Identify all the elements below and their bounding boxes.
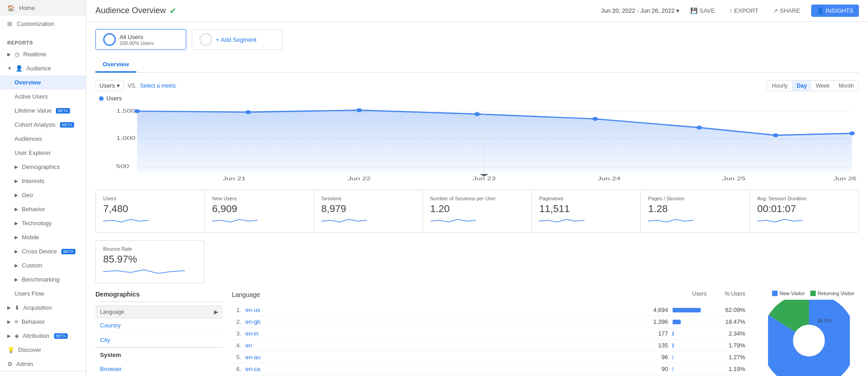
bounce-rate-value: 85.97% (103, 253, 197, 265)
sidebar-item-discover[interactable]: 💡 Discover (0, 343, 86, 357)
metric-label-1: New Users (212, 196, 306, 201)
lang-name-4[interactable]: en-au (245, 354, 641, 361)
page-header: Audience Overview ✔ Jun 20, 2022 - Jun 2… (86, 0, 868, 22)
lang-pct-2: 2.34% (723, 330, 745, 337)
svg-text:Jun 25: Jun 25 (723, 175, 745, 181)
sidebar-item-acquisition[interactable]: ▶ ⬇ Acquisition (0, 301, 86, 315)
lang-name-2[interactable]: en-in (245, 330, 641, 337)
select-metric-link[interactable]: Select a metric (140, 83, 176, 89)
returning-visitor-legend-box (810, 291, 816, 296)
lang-name-0[interactable]: en-us (245, 307, 641, 313)
lang-name-5[interactable]: en-ca (245, 366, 641, 372)
tab-overview[interactable]: Overview (95, 57, 136, 73)
sidebar-item-users-flow[interactable]: Users Flow (0, 287, 86, 301)
chevron-down-metric-icon: ▾ (117, 82, 120, 89)
sidebar-item-active-users[interactable]: Active Users (0, 89, 86, 104)
tab-bar: Overview (95, 57, 859, 73)
metric-label-2: Sessions (321, 196, 415, 201)
chevron-right-icon-cross: ▶ (15, 249, 18, 254)
export-button[interactable]: ↑ EXPORT (726, 5, 762, 16)
sidebar-item-demographics[interactable]: ▶ Demographics (0, 160, 86, 174)
sidebar-technology-label: Technology (22, 220, 52, 227)
segments-bar: All Users 100.00% Users + Add Segment (95, 29, 859, 50)
sidebar-item-interests[interactable]: ▶ Interests (0, 174, 86, 188)
sidebar-behavior2-label: Behavior (22, 318, 45, 325)
sidebar-home-label: Home (19, 5, 35, 11)
returning-visitor-legend-label: Returning Visitor (818, 291, 854, 296)
sidebar-item-geo[interactable]: ▶ Geo (0, 188, 86, 202)
lang-users-4: 96 (641, 354, 668, 361)
metric-sparkline-2 (321, 217, 367, 226)
sidebar-item-cohort-analysis[interactable]: Cohort Analysis BETA (0, 118, 86, 132)
save-icon: 💾 (690, 7, 698, 14)
attribution-icon: ◈ (15, 332, 19, 339)
metric-select[interactable]: Users ▾ (95, 80, 124, 91)
lang-num-5: 6. (236, 366, 245, 372)
page-title: Audience Overview ✔ (95, 6, 176, 16)
week-button[interactable]: Week (811, 81, 834, 91)
lang-num-0: 1. (236, 307, 245, 313)
metric-select-label: Users (100, 82, 115, 89)
new-visitor-pct-label: 83.9% (803, 341, 818, 346)
sidebar-item-home[interactable]: 🏠 Home (0, 0, 86, 16)
lang-name-1[interactable]: en-gb (245, 318, 641, 325)
language-title: Language (232, 291, 260, 298)
sidebar-item-technology[interactable]: ▶ Technology (0, 216, 86, 230)
sidebar-item-custom[interactable]: ▶ Custom (0, 258, 86, 272)
metric-label-3: Number of Sessions per User (430, 196, 524, 201)
lang-bar-container-5 (673, 367, 718, 371)
sidebar-item-realtime[interactable]: ▶ ◷ Realtime (0, 47, 86, 61)
sidebar-item-overview[interactable]: Overview (0, 75, 86, 89)
share-icon: ↗ (773, 7, 778, 14)
acquisition-icon: ⬇ (15, 304, 20, 311)
sidebar-item-lifetime-value[interactable]: Lifetime Value BETA (0, 104, 86, 118)
chevron-right-lang-icon: ▶ (214, 309, 218, 315)
svg-text:500: 500 (116, 163, 129, 169)
demographics-title: Demographics (95, 291, 223, 302)
lang-name-3[interactable]: en (245, 342, 641, 349)
sidebar-item-attribution[interactable]: ▶ ◈ Attribution BETA (0, 329, 86, 343)
sidebar-item-audiences[interactable]: Audiences (0, 132, 86, 146)
sidebar-item-benchmarking[interactable]: ▶ Benchmarking (0, 272, 86, 287)
metric-card-3: Number of Sessions per User 1.20 (423, 190, 532, 233)
save-button[interactable]: 💾 SAVE (687, 5, 718, 16)
sidebar-item-user-explorer[interactable]: User Explorer (0, 146, 86, 160)
chart-point (245, 110, 251, 114)
sidebar-item-cross-device[interactable]: ▶ Cross Device BETA (0, 244, 86, 258)
export-label: EXPORT (734, 7, 758, 14)
sidebar-item-mobile[interactable]: ▶ Mobile (0, 230, 86, 244)
sidebar-collapse-button[interactable]: ◀ (0, 371, 86, 376)
hourly-button[interactable]: Hourly (767, 81, 792, 91)
sidebar-benchmarking-label: Benchmarking (22, 276, 60, 283)
new-visitor-legend-label: New Visitor (779, 291, 804, 296)
lang-bar-1 (673, 320, 681, 324)
bounce-sparkline (103, 267, 185, 276)
browser-item[interactable]: Browser (95, 362, 223, 376)
metrics-row: Users 7,480 New Users 6,909 Sessions 8,9… (95, 190, 859, 233)
chart-legend: Users (95, 95, 859, 102)
insights-button[interactable]: 👤 INSIGHTS (811, 5, 859, 17)
all-users-segment[interactable]: All Users 100.00% Users (95, 29, 186, 50)
chevron-right-icon: ▶ (7, 52, 11, 57)
chevron-right-icon-mobile: ▶ (15, 235, 18, 240)
metric-value-0: 7,480 (103, 203, 197, 215)
sidebar-item-behavior[interactable]: ▶ Behavior (0, 202, 86, 216)
system-section-title: System (95, 347, 223, 362)
lang-col-headers: Users % Users (692, 291, 750, 297)
time-group: Hourly Day Week Month (767, 80, 859, 91)
share-button[interactable]: ↗ SHARE (769, 5, 804, 16)
add-segment-chip[interactable]: + Add Segment (192, 29, 283, 50)
sidebar-item-audience[interactable]: ▼ 👤 Audience (0, 61, 86, 75)
month-button[interactable]: Month (834, 81, 858, 91)
sidebar-item-admin[interactable]: ⚙ Admin (0, 357, 86, 371)
lang-pct-4: 1.27% (723, 354, 745, 361)
sidebar-item-customization[interactable]: ⊞ Customization (0, 16, 86, 32)
day-button[interactable]: Day (792, 81, 811, 91)
language-section-header[interactable]: Language ▶ (95, 306, 223, 318)
sidebar-item-behavior2[interactable]: ▶ ≡ Behavior (0, 315, 86, 329)
date-range-selector[interactable]: Jun 20, 2022 - Jun 26, 2022 ▾ (601, 7, 679, 14)
sidebar-realtime-label: Realtime (23, 51, 46, 58)
lang-bar-5 (673, 367, 673, 371)
country-item[interactable]: Country (95, 318, 223, 333)
city-item[interactable]: City (95, 333, 223, 347)
